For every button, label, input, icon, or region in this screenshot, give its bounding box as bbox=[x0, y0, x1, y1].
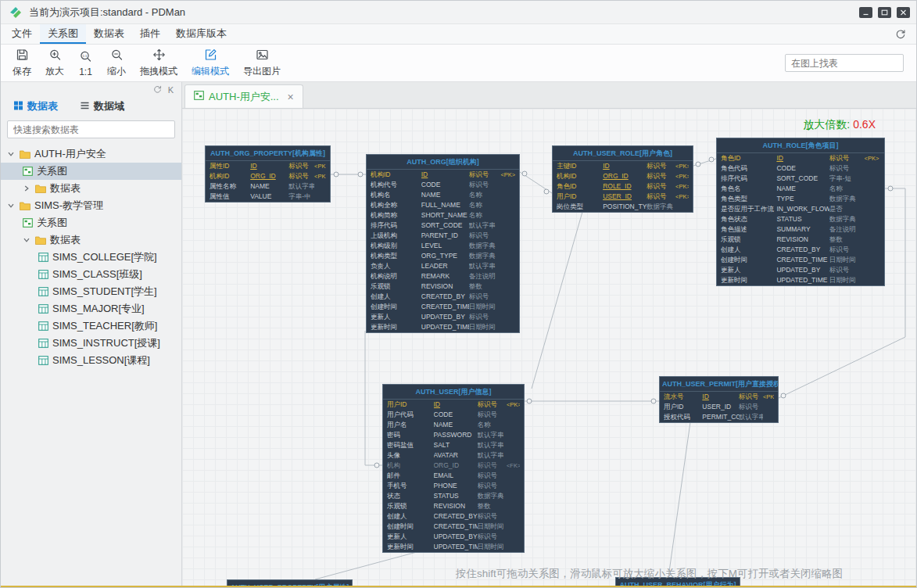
tab-data-tables[interactable]: 数据表 bbox=[13, 99, 58, 113]
chevron-down-icon[interactable] bbox=[7, 150, 16, 158]
entity-field-row[interactable]: 机构名NAME名称 bbox=[367, 190, 519, 200]
entity-auth-org-property[interactable]: AUTH_ORG_PROPERTY[机构属性]属性IDID标识号<PK>机构ID… bbox=[205, 145, 331, 203]
tree-diagram-item[interactable]: 关系图 bbox=[1, 214, 181, 231]
entity-field-row[interactable]: 排序代码SORT_CODE默认字串 bbox=[367, 220, 519, 231]
tree-table-item[interactable]: SIMS_STUDENT[学生] bbox=[1, 283, 181, 300]
tree-table-item[interactable]: SIMS_MAJOR[专业] bbox=[1, 300, 181, 317]
entity-field-row[interactable]: 状态STATUS数据字典 bbox=[383, 491, 524, 501]
menu-diagram[interactable]: 关系图 bbox=[40, 24, 86, 44]
entity-field-row[interactable]: 角色类型TYPE数据字典 bbox=[717, 194, 884, 204]
entity-field-row[interactable]: 创建时间CREATED_TIME日期时间 bbox=[383, 522, 524, 532]
entity-field-row[interactable]: 密码盐值SALT默认字串 bbox=[383, 440, 524, 450]
diagram-canvas[interactable]: 放大倍数:0.6X 按住shift可拖动关系图，滑动鼠标可放大缩小关系图，按下M… bbox=[182, 109, 916, 587]
export-image-button[interactable]: 导出图片 bbox=[236, 46, 288, 80]
entity-field-row[interactable]: 机构IDORG_ID标识号<PK> bbox=[553, 171, 693, 181]
tree-folder-item[interactable]: 数据表 bbox=[1, 231, 181, 249]
tree-folder-item[interactable]: SIMS-教学管理 bbox=[1, 197, 181, 214]
entity-field-row[interactable]: 属性名称NAME默认字串 bbox=[206, 181, 330, 192]
entity-field-row[interactable]: 乐观锁REVISION整数 bbox=[367, 281, 519, 292]
entity-field-row[interactable]: 上级机构PARENT_ID标识号 bbox=[367, 231, 519, 241]
menu-plugins[interactable]: 插件 bbox=[132, 24, 168, 44]
entity-field-row[interactable]: 乐观锁REVISION整数 bbox=[383, 501, 524, 511]
entity-field-row[interactable]: 更新人UPDATED_BY标识号 bbox=[383, 532, 524, 542]
entity-field-row[interactable]: 流水号ID标识号<PK> bbox=[660, 392, 778, 402]
entity-field-row[interactable]: 更新时间UPDATED_TIME日期时间 bbox=[367, 322, 519, 332]
entity-field-row[interactable]: 授权代码PERMIT_CODE默认字串 bbox=[660, 412, 778, 422]
tree-folder-item[interactable]: 数据表 bbox=[1, 180, 181, 197]
chevron-down-icon[interactable] bbox=[23, 236, 31, 244]
tree-table-item[interactable]: SIMS_LESSON[课程] bbox=[1, 352, 181, 369]
entity-field-row[interactable]: 头像AVATAR默认字串 bbox=[383, 450, 524, 461]
chevron-right-icon[interactable] bbox=[23, 185, 31, 192]
zoom-out-button[interactable]: 缩小 bbox=[100, 46, 133, 80]
entity-field-row[interactable]: 角色名NAME名称 bbox=[717, 184, 884, 194]
entity-field-row[interactable]: 主键IDID标识号<PK> bbox=[553, 161, 693, 171]
entity-field-row[interactable]: 角色IDID标识号<PK> bbox=[717, 153, 884, 163]
entity-field-row[interactable]: 用户IDID标识号<PK> bbox=[383, 400, 524, 410]
minimize-button[interactable] bbox=[859, 7, 872, 18]
tree-table-item[interactable]: SIMS_CLASS[班级] bbox=[1, 266, 181, 283]
entity-field-row[interactable]: 乐观锁REVISION整数 bbox=[717, 235, 884, 245]
entity-field-row[interactable]: 机构类型ORG_TYPE数据字典 bbox=[367, 251, 519, 261]
entity-field-row[interactable]: 是否应用于工作流IN_WORK_FLOW是否 bbox=[717, 204, 884, 214]
tree-table-item[interactable]: SIMS_TEACHER[教师] bbox=[1, 317, 181, 335]
sidebar-search-input[interactable] bbox=[7, 120, 175, 138]
entity-field-row[interactable]: 岗位类型POSITION_TYPE数据字典 bbox=[553, 202, 693, 212]
entity-field-row[interactable]: 负责人LEADER默认字串 bbox=[367, 261, 519, 271]
entity-field-row[interactable]: 机构代号CODE标识号 bbox=[367, 180, 519, 190]
entity-field-row[interactable]: 属性值VALUE字串-中 bbox=[206, 192, 330, 202]
entity-field-row[interactable]: 密码PASSWORD默认字串 bbox=[383, 430, 524, 440]
entity-auth-role[interactable]: AUTH_ROLE[角色项目]角色IDID标识号<PK>角色代码CODE标识号排… bbox=[716, 138, 885, 286]
menu-db-version[interactable]: 数据库版本 bbox=[168, 24, 235, 44]
entity-field-row[interactable]: 更新时间UPDATED_TIME日期时间 bbox=[383, 542, 524, 552]
entity-auth-org[interactable]: AUTH_ORG[组织机构]机构IDID标识号<PK>机构代号CODE标识号机构… bbox=[366, 154, 520, 333]
entity-field-row[interactable]: 更新人UPDATED_BY标识号 bbox=[717, 265, 884, 275]
entity-field-row[interactable]: 用户IDUSER_ID标识号 bbox=[660, 402, 778, 412]
entity-field-row[interactable]: 用户代码CODE标识号 bbox=[383, 410, 524, 420]
entity-field-row[interactable]: 创建人CREATED_BY标识号 bbox=[367, 292, 519, 302]
entity-field-row[interactable]: 机构IDID标识号<PK> bbox=[367, 170, 519, 180]
drag-mode-button[interactable]: 拖拽模式 bbox=[133, 46, 184, 80]
save-button[interactable]: 保存 bbox=[5, 46, 38, 80]
entity-field-row[interactable]: 角色代码CODE标识号 bbox=[717, 163, 884, 174]
tree-diagram-item[interactable]: 关系图 bbox=[1, 163, 181, 180]
entity-field-row[interactable]: 创建人CREATED_BY标识号 bbox=[383, 511, 524, 522]
entity-field-row[interactable]: 属性IDID标识号<PK> bbox=[206, 161, 330, 171]
entity-field-row[interactable]: 创建时间CREATED_TIME日期时间 bbox=[717, 255, 884, 265]
entity-field-row[interactable]: 机构级别LEVEL数据字典 bbox=[367, 241, 519, 251]
entity-field-row[interactable]: 机构ORG_ID标识号<FK> bbox=[383, 461, 524, 471]
tree-table-item[interactable]: SIMS_COLLEGE[学院] bbox=[1, 249, 181, 266]
entity-field-row[interactable]: 更新人UPDATED_BY标识号 bbox=[367, 312, 519, 322]
diagram-tab[interactable]: AUTH-用户安... × bbox=[184, 84, 303, 108]
entity-field-row[interactable]: 邮件EMAIL标识号 bbox=[383, 471, 524, 481]
entity-field-row[interactable]: 角色描述SUMMARY备注说明 bbox=[717, 224, 884, 235]
entity-auth-user-permit[interactable]: AUTH_USER_PERMIT[用户直接授权]流水号ID标识号<PK>用户ID… bbox=[659, 376, 779, 423]
entity-field-row[interactable]: 角色IDROLE_ID标识号<PK> bbox=[553, 181, 693, 192]
collapse-panel-icon[interactable] bbox=[894, 28, 907, 41]
tree-table-item[interactable]: SIMS_INSTRUCT[授课] bbox=[1, 335, 181, 352]
tab-data-domains[interactable]: 数据域 bbox=[80, 99, 124, 113]
tree-folder-item[interactable]: AUTH-用户安全 bbox=[1, 145, 181, 163]
entity-field-row[interactable]: 用户名NAME名称 bbox=[383, 420, 524, 430]
edit-mode-button[interactable]: 编辑模式 bbox=[184, 46, 236, 80]
entity-field-row[interactable]: 机构IDORG_ID标识号<PK> bbox=[206, 171, 330, 181]
entity-field-row[interactable]: 用户IDUSER_ID标识号<PK> bbox=[553, 192, 693, 202]
menu-file[interactable]: 文件 bbox=[4, 24, 40, 44]
entity-field-row[interactable]: 排序代码SORT_CODE字串-短 bbox=[717, 174, 884, 184]
maximize-button[interactable] bbox=[878, 7, 891, 18]
zoom-reset-button[interactable]: 1:11:1 bbox=[71, 46, 100, 80]
chevron-down-icon[interactable] bbox=[7, 202, 16, 210]
menu-tables[interactable]: 数据表 bbox=[86, 24, 132, 44]
entity-field-row[interactable]: 创建人CREATED_BY标识号 bbox=[717, 245, 884, 255]
entity-field-row[interactable]: 创建时间CREATED_TIME日期时间 bbox=[367, 302, 519, 312]
tab-close-icon[interactable]: × bbox=[288, 91, 294, 102]
entity-field-row[interactable]: 机构简称SHORT_NAME名称 bbox=[367, 210, 519, 220]
refresh-icon[interactable] bbox=[152, 84, 163, 96]
entity-field-row[interactable]: 角色状态STATUS数据字典 bbox=[717, 214, 884, 224]
entity-auth-user[interactable]: AUTH_USER[用户信息]用户IDID标识号<PK>用户代码CODE标识号用… bbox=[382, 384, 525, 553]
entity-auth-user-role[interactable]: AUTH_USER_ROLE[用户角色]主键IDID标识号<PK>机构IDORG… bbox=[552, 145, 693, 213]
entity-field-row[interactable]: 机构说明REMARK备注说明 bbox=[367, 271, 519, 281]
zoom-in-button[interactable]: 放大 bbox=[38, 46, 71, 80]
entity-field-row[interactable]: 机构全称FULL_NAME名称 bbox=[367, 200, 519, 210]
entity-field-row[interactable]: 手机号PHONE标识号 bbox=[383, 481, 524, 491]
